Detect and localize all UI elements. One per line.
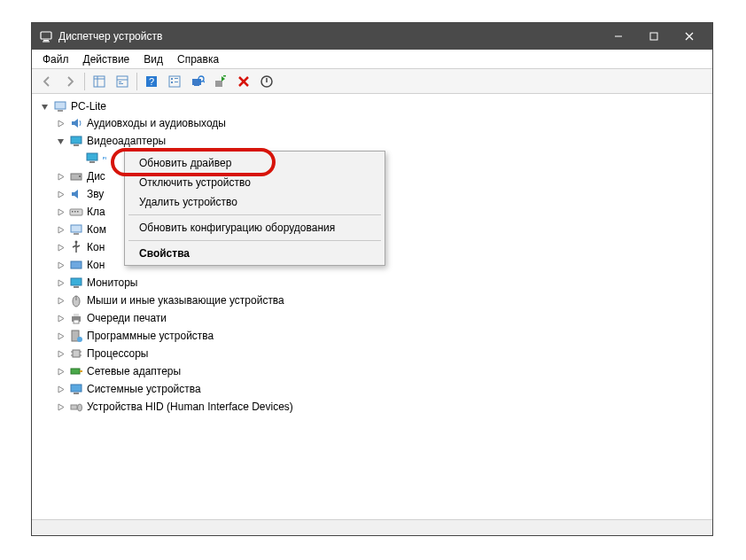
audio-icon [69, 116, 83, 130]
expand-icon[interactable] [55, 401, 66, 412]
menu-view[interactable]: Вид [136, 51, 170, 67]
tree-item-video[interactable]: Видеоадаптеры [55, 133, 712, 149]
uninstall-button[interactable] [233, 71, 254, 92]
svg-point-37 [79, 175, 81, 177]
expand-icon[interactable] [55, 189, 66, 199]
tree-item-audio[interactable]: Аудиовходы и аудиовыходы [55, 115, 712, 131]
software-device-icon [69, 329, 83, 343]
device-manager-window: Диспетчер устройств Файл Действие Вид Сп… [31, 22, 713, 536]
svg-rect-21 [192, 79, 201, 85]
display-adapter-icon [85, 151, 99, 165]
cpu-icon [69, 346, 83, 361]
expand-icon[interactable] [55, 224, 66, 235]
computer-icon [53, 99, 67, 113]
context-disable-device[interactable]: Отключить устройство [127, 173, 383, 192]
svg-line-24 [203, 81, 205, 82]
expand-icon[interactable] [55, 277, 66, 288]
menu-help[interactable]: Справка [170, 51, 226, 67]
toolbar-separator [136, 73, 137, 90]
svg-rect-61 [80, 370, 82, 372]
expand-icon[interactable] [55, 206, 66, 217]
storage-controller-icon [69, 258, 83, 272]
svg-point-44 [75, 241, 78, 244]
expand-icon[interactable] [55, 118, 66, 128]
expand-icon[interactable] [55, 384, 66, 394]
expand-icon[interactable] [55, 313, 66, 323]
expand-icon[interactable] [55, 348, 66, 359]
svg-rect-12 [119, 82, 121, 82]
svg-rect-25 [215, 81, 222, 87]
tree-item-processors[interactable]: Процессоры [55, 346, 712, 362]
view-button[interactable] [164, 71, 185, 92]
properties-button[interactable] [112, 71, 133, 92]
menu-action[interactable]: Действие [76, 51, 137, 67]
svg-rect-13 [119, 83, 123, 84]
help-button[interactable]: ? [141, 71, 162, 92]
show-hide-tree-button[interactable] [89, 71, 110, 92]
expand-icon[interactable] [55, 366, 66, 377]
tree-item-monitors[interactable]: Мониторы [55, 275, 712, 291]
svg-rect-45 [71, 261, 82, 268]
tree-item-software-devices[interactable]: Программные устройства [55, 328, 712, 344]
sound-icon [69, 187, 83, 201]
svg-rect-20 [175, 82, 178, 82]
expand-icon[interactable] [55, 295, 66, 306]
svg-rect-52 [74, 320, 79, 323]
svg-rect-33 [74, 144, 79, 146]
menu-file[interactable]: Файл [35, 51, 76, 67]
context-separator [128, 240, 381, 241]
svg-rect-39 [72, 211, 74, 213]
svg-rect-31 [58, 110, 63, 112]
svg-rect-64 [71, 405, 77, 409]
computer-icon [69, 222, 83, 237]
svg-rect-0 [41, 32, 51, 39]
forward-button[interactable] [59, 71, 81, 92]
svg-rect-26 [223, 75, 226, 77]
minimize-button[interactable] [601, 24, 636, 50]
svg-rect-55 [73, 350, 80, 357]
back-button[interactable] [36, 71, 58, 92]
svg-rect-63 [74, 393, 79, 394]
tree-item-mice[interactable]: Мыши и иные указывающие устройства [55, 292, 712, 308]
context-menu: Обновить драйвер Отключить устройство Уд… [124, 151, 385, 266]
svg-rect-7 [94, 76, 105, 87]
expand-icon[interactable] [55, 260, 66, 270]
tree-item-print-queues[interactable]: Очереди печати [55, 310, 712, 326]
update-driver-button[interactable] [210, 71, 231, 92]
network-adapter-icon [69, 364, 83, 378]
monitor-icon [69, 276, 83, 290]
svg-rect-40 [74, 211, 76, 213]
expand-icon[interactable] [55, 242, 66, 253]
svg-rect-35 [89, 161, 95, 163]
svg-rect-30 [55, 102, 66, 109]
tree-item-system[interactable]: Системные устройства [55, 381, 712, 397]
collapse-icon[interactable] [55, 136, 66, 146]
tree-item-hid[interactable]: Устройства HID (Human Interface Devices) [55, 399, 712, 415]
printer-icon [69, 311, 83, 325]
scan-hardware-button[interactable] [187, 71, 208, 92]
svg-rect-41 [77, 211, 79, 213]
svg-rect-60 [71, 369, 80, 374]
collapse-icon[interactable] [39, 101, 50, 112]
context-properties[interactable]: Свойства [127, 244, 383, 263]
window-title: Диспетчер устройств [58, 30, 601, 43]
menubar: Файл Действие Вид Справка [32, 50, 712, 69]
tree-root[interactable]: PC-Lite [39, 98, 712, 114]
expand-icon[interactable] [55, 171, 66, 182]
expand-icon[interactable] [55, 331, 66, 341]
context-update-driver[interactable]: Обновить драйвер [127, 153, 383, 173]
svg-rect-10 [117, 76, 128, 87]
hid-icon [69, 400, 83, 414]
svg-rect-34 [87, 153, 97, 160]
svg-rect-17 [171, 78, 173, 80]
disable-button[interactable] [256, 71, 277, 92]
svg-rect-47 [74, 286, 79, 288]
maximize-button[interactable] [636, 24, 672, 50]
svg-rect-42 [71, 225, 82, 232]
tree-item-network[interactable]: Сетевые адаптеры [55, 363, 712, 379]
close-button[interactable] [672, 24, 707, 50]
titlebar: Диспетчер устройств [32, 23, 712, 50]
context-uninstall-device[interactable]: Удалить устройство [127, 192, 383, 212]
svg-text:?: ? [149, 76, 154, 87]
context-scan-hardware[interactable]: Обновить конфигурацию оборудования [127, 218, 383, 237]
